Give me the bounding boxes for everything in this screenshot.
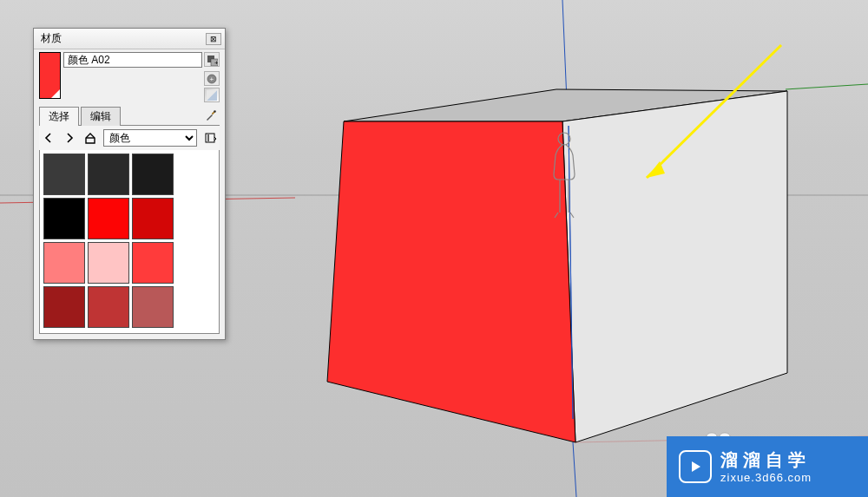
svg-point-23 <box>214 110 216 113</box>
nav-forward-button[interactable] <box>62 130 77 146</box>
swatches-grid <box>43 154 174 330</box>
watermark-title: 溜溜自学 <box>720 448 812 471</box>
create-material-button[interactable]: + <box>204 52 220 67</box>
color-swatch[interactable] <box>43 154 85 195</box>
default-material-button[interactable] <box>204 88 220 102</box>
color-swatch[interactable] <box>43 242 85 284</box>
tab-edit[interactable]: 编辑 <box>81 107 121 126</box>
watermark-banner: 溜溜自学 zixue.3d66.com <box>667 436 868 497</box>
color-swatch[interactable] <box>132 154 174 195</box>
color-swatch[interactable] <box>43 198 85 239</box>
nav-back-button[interactable] <box>41 130 56 146</box>
color-swatch[interactable] <box>88 242 129 284</box>
svg-marker-6 <box>327 121 575 442</box>
color-swatch[interactable] <box>88 286 129 328</box>
svg-text:+: + <box>210 75 214 83</box>
color-swatch[interactable] <box>132 242 174 284</box>
material-name-input[interactable] <box>63 52 202 68</box>
swatches-scroll-space <box>174 154 215 330</box>
materials-tabs: 选择 编辑 <box>39 106 122 125</box>
color-swatch[interactable] <box>132 286 174 328</box>
panel-body: + + 选择 编辑 <box>34 49 225 339</box>
color-swatch[interactable] <box>88 154 129 195</box>
add-material-button[interactable]: + <box>204 71 220 86</box>
color-swatch[interactable] <box>132 198 174 239</box>
tab-select[interactable]: 选择 <box>39 107 79 126</box>
materials-panel: 材质 ⊠ + + <box>33 28 226 340</box>
svg-line-8 <box>573 442 576 497</box>
color-swatch[interactable] <box>43 286 85 328</box>
watermark-url: zixue.3d66.com <box>720 471 812 486</box>
color-swatch[interactable] <box>88 198 129 239</box>
svg-line-1 <box>786 84 868 89</box>
nav-home-button[interactable] <box>82 130 98 146</box>
current-material-preview[interactable] <box>39 52 61 99</box>
svg-rect-24 <box>206 134 214 142</box>
panel-title: 材质 <box>41 31 62 46</box>
svg-text:+: + <box>214 59 218 66</box>
panel-close-button[interactable]: ⊠ <box>206 33 221 45</box>
eyedropper-button[interactable] <box>202 107 220 124</box>
svg-marker-5 <box>562 91 787 442</box>
play-icon <box>679 450 712 483</box>
swatches-area <box>39 150 220 334</box>
panel-titlebar[interactable]: 材质 ⊠ <box>34 29 225 49</box>
library-details-button[interactable] <box>202 130 218 146</box>
material-category-select[interactable]: 颜色 <box>103 129 197 147</box>
materials-nav: 颜色 <box>39 125 220 150</box>
svg-marker-25 <box>692 461 700 472</box>
